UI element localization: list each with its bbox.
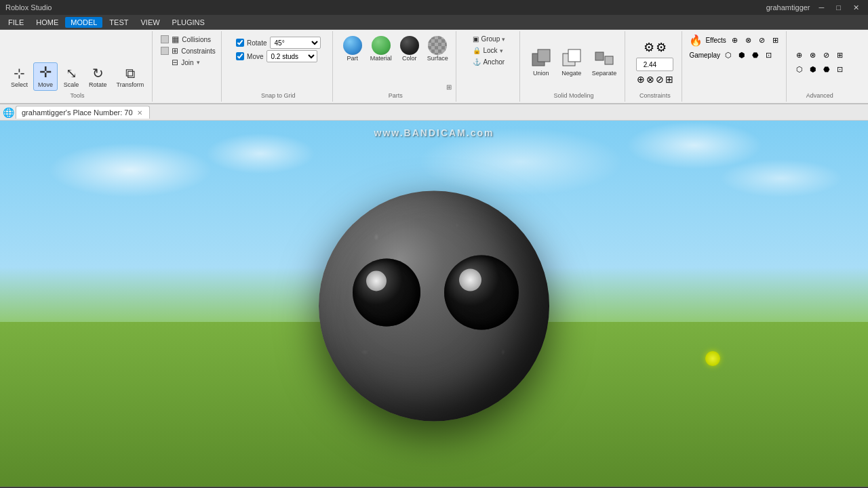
- constraints-icon-2[interactable]: ⚙: [656, 40, 667, 55]
- advanced-icon-8[interactable]: ⊡: [834, 64, 846, 76]
- menu-plugins[interactable]: PLUGINS: [167, 17, 210, 28]
- constraints-icons-top: ⚙ ⚙: [644, 40, 667, 55]
- snap-move-dropdown[interactable]: 0.2 studs 0.5 studs 1 stud: [267, 50, 317, 62]
- color-btn[interactable]: Color: [397, 34, 422, 64]
- snap-rotate-row: Rotate 45° 90° 15°: [236, 37, 320, 49]
- svg-rect-4: [595, 52, 604, 60]
- tab-close-btn[interactable]: ✕: [136, 109, 144, 117]
- part-btn[interactable]: Part: [340, 34, 366, 64]
- constraints-label: Constraints: [181, 47, 216, 55]
- tabbar: 🌐 grahamtigger's Place Number: 70 ✕: [0, 104, 868, 121]
- effects-icon-1[interactable]: ⊕: [729, 35, 741, 47]
- menu-model[interactable]: MODEL: [65, 17, 102, 28]
- menu-test[interactable]: TEST: [104, 17, 134, 28]
- ribbon-group-snap: Rotate 45° 90° 15° Move 0.2 studs 0.5 st…: [224, 31, 333, 102]
- constraints-icon-6[interactable]: ⊞: [665, 74, 673, 85]
- viewport: www.BANDICAM.com: [0, 121, 868, 487]
- ribbon-group-advanced: ⊕ ⊗ ⊘ ⊞ ⬡ ⬢ ⬣ ⊡ Advanced: [789, 31, 850, 102]
- constraints-group-label: Constraints: [639, 91, 671, 99]
- color-swatch: [400, 36, 419, 55]
- tool-rotate-btn[interactable]: ↻ Rotate: [85, 64, 111, 91]
- move-label: Move: [38, 81, 53, 88]
- part-label: Part: [347, 55, 359, 62]
- advanced-row-2: ⬡ ⬢ ⬣ ⊡: [793, 64, 846, 76]
- ribbon-group-solid: Union Negate Separate: [523, 31, 626, 102]
- join-item[interactable]: ⊟ Join ▾: [159, 57, 217, 68]
- minimize-btn[interactable]: ─: [816, 3, 828, 12]
- advanced-icon-1[interactable]: ⊕: [793, 49, 806, 62]
- ribbon-group-tools: ⊹ Select ✛ Move ⤡ Scale ↻ Rotate ⧉ Trans…: [3, 31, 153, 102]
- gameplay-row: Gameplay ⬡ ⬢ ⬣ ⊡: [689, 49, 781, 61]
- snap-rotate-dropdown[interactable]: 45° 90° 15°: [270, 37, 321, 49]
- effects-icon-2[interactable]: ⊗: [743, 35, 755, 47]
- advanced-icon-2[interactable]: ⊗: [807, 49, 819, 62]
- material-swatch: [372, 36, 391, 55]
- snap-move-checkbox[interactable]: [236, 52, 244, 60]
- material-btn[interactable]: Material: [367, 34, 395, 64]
- part-swatch: [343, 36, 362, 55]
- snap-rotate-checkbox[interactable]: [236, 39, 244, 47]
- union-label: Union: [533, 70, 549, 77]
- ribbon-group-group: ▣ Group ▾ 🔒 Lock ▾ ⚓ Anchor: [459, 31, 520, 102]
- anchor-btn[interactable]: ⚓ Anchor: [469, 57, 509, 67]
- group-dropdown-icon: ▾: [502, 36, 505, 43]
- parts-expand-btn[interactable]: ⊞: [446, 83, 452, 91]
- constraints-checkbox[interactable]: [161, 47, 169, 55]
- advanced-icon-7[interactable]: ⬣: [821, 64, 833, 76]
- constraints-icon: ⊞: [172, 46, 178, 56]
- effects-icon-3[interactable]: ⊘: [756, 35, 768, 47]
- eye-right: [444, 256, 519, 330]
- gameplay-icon-2[interactable]: ⬢: [736, 49, 748, 61]
- transform-label: Transform: [117, 81, 144, 88]
- gameplay-icon-1[interactable]: ⬡: [722, 49, 734, 61]
- group-label: Group: [481, 35, 500, 43]
- effects-icon-4[interactable]: ⊞: [770, 35, 782, 47]
- constraints-item[interactable]: ⊞ Constraints: [159, 45, 217, 56]
- tool-select-btn[interactable]: ⊹ Select: [7, 64, 32, 91]
- advanced-icon-3[interactable]: ⊘: [821, 49, 833, 62]
- rotate-label: Rotate: [89, 81, 107, 88]
- menu-home[interactable]: HOME: [31, 17, 64, 28]
- cursor-indicator: [705, 351, 720, 366]
- scale-icon: ⤡: [66, 66, 77, 80]
- place-tab-label: grahamtigger's Place Number: 70: [22, 108, 133, 117]
- advanced-row-1: ⊕ ⊗ ⊘ ⊞: [793, 49, 846, 62]
- snap-options: Rotate 45° 90° 15° Move 0.2 studs 0.5 st…: [233, 34, 323, 91]
- surface-swatch: [428, 36, 447, 55]
- advanced-icon-6[interactable]: ⬢: [807, 64, 819, 76]
- gameplay-icon-4[interactable]: ⊡: [763, 49, 775, 61]
- menu-file[interactable]: FILE: [3, 17, 29, 28]
- solid-buttons: Union Negate Separate: [527, 34, 621, 91]
- negate-btn[interactable]: Negate: [557, 45, 586, 79]
- constraints-icon-4[interactable]: ⊗: [646, 74, 654, 85]
- constraints-icon-3[interactable]: ⊕: [637, 74, 645, 85]
- group-btn[interactable]: ▣ Group ▾: [469, 34, 509, 44]
- maximize-btn[interactable]: □: [833, 3, 844, 12]
- menu-view[interactable]: VIEW: [135, 17, 165, 28]
- advanced-icon-5[interactable]: ⬡: [793, 64, 806, 76]
- lock-btn[interactable]: 🔒 Lock ▾: [469, 45, 509, 56]
- close-btn[interactable]: ✕: [850, 3, 863, 12]
- separate-label: Separate: [592, 70, 617, 77]
- constraints-icon-5[interactable]: ⊘: [656, 74, 664, 85]
- color-label: Color: [402, 55, 417, 62]
- place-tab[interactable]: grahamtigger's Place Number: 70 ✕: [16, 106, 150, 119]
- separate-btn[interactable]: Separate: [588, 45, 621, 79]
- negate-label: Negate: [561, 70, 581, 77]
- separate-icon: [594, 48, 614, 68]
- tool-move-btn[interactable]: ✛ Move: [33, 62, 58, 91]
- union-btn[interactable]: Union: [527, 45, 555, 79]
- gameplay-icon-3[interactable]: ⬣: [749, 49, 762, 61]
- snap-move-text: Move: [247, 53, 263, 60]
- constraints-icon-1[interactable]: ⚙: [644, 40, 654, 55]
- advanced-content: ⊕ ⊗ ⊘ ⊞ ⬡ ⬢ ⬣ ⊡: [793, 34, 846, 91]
- scale-label: Scale: [64, 81, 79, 88]
- collisions-item[interactable]: ▦ Collisions: [159, 34, 217, 45]
- tool-transform-btn[interactable]: ⧉ Transform: [113, 64, 149, 91]
- surface-btn[interactable]: Surface: [424, 34, 452, 64]
- collisions-checkbox[interactable]: [161, 35, 169, 43]
- advanced-icon-4[interactable]: ⊞: [834, 49, 846, 62]
- constraints-value-input[interactable]: [636, 58, 673, 71]
- lock-dropdown-icon: ▾: [500, 47, 503, 54]
- tool-scale-btn[interactable]: ⤡ Scale: [59, 64, 83, 91]
